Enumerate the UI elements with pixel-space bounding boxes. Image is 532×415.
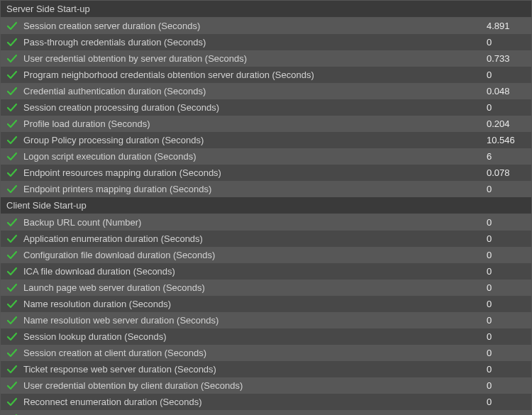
metric-row[interactable]: Profile load duration (Seconds)0.204 bbox=[1, 116, 531, 132]
metric-value: 0.048 bbox=[487, 86, 526, 96]
metric-value: 0.733 bbox=[487, 53, 526, 64]
check-icon bbox=[6, 233, 18, 245]
metric-value: 0 bbox=[487, 266, 526, 277]
metric-row[interactable]: Session creation server duration (Second… bbox=[1, 18, 531, 34]
metric-label: Program neighborhood credentials obtenti… bbox=[23, 70, 487, 80]
metric-value: 0 bbox=[487, 315, 526, 326]
metric-label: Session lookup duration (Seconds) bbox=[23, 331, 487, 342]
check-icon bbox=[6, 282, 18, 294]
metric-row[interactable]: User credential obtention by server dura… bbox=[1, 50, 531, 67]
metric-label: Backup URL count (Number) bbox=[23, 217, 487, 228]
check-icon bbox=[6, 167, 18, 179]
metric-label: User credential obtention by server dura… bbox=[23, 53, 487, 64]
metric-value: 0 bbox=[487, 250, 526, 260]
check-icon bbox=[6, 266, 18, 277]
metric-value: 0 bbox=[487, 348, 526, 358]
metric-label: Launch page web server duration (Seconds… bbox=[23, 282, 487, 293]
metric-label: Group Policy processing duration (Second… bbox=[23, 135, 487, 145]
metric-value: 0 bbox=[487, 217, 526, 228]
metric-value: 6 bbox=[487, 151, 526, 162]
metric-row[interactable]: Reconnect enumeration web server duratio… bbox=[1, 410, 531, 415]
metric-value: 0 bbox=[487, 282, 526, 293]
metric-label: Session creation processing duration (Se… bbox=[23, 102, 487, 113]
metric-label: Profile load duration (Seconds) bbox=[23, 118, 487, 129]
metric-label: Name resolution duration (Seconds) bbox=[23, 299, 487, 309]
check-icon bbox=[6, 217, 18, 228]
metric-value: 4.891 bbox=[487, 21, 526, 31]
metric-row[interactable]: User credential obtention by client dura… bbox=[1, 377, 531, 394]
metric-row[interactable]: Name resolution duration (Seconds)0 bbox=[1, 296, 531, 312]
metric-value: 0 bbox=[487, 184, 526, 194]
metric-value: 0 bbox=[487, 380, 526, 391]
metric-value: 0 bbox=[487, 102, 526, 113]
metric-label: Endpoint printers mapping duration (Seco… bbox=[23, 184, 487, 194]
metric-row[interactable]: Session lookup duration (Seconds)0 bbox=[1, 328, 531, 345]
metric-row[interactable]: Endpoint resources mapping duration (Sec… bbox=[1, 165, 531, 181]
metric-label: Session creation server duration (Second… bbox=[23, 21, 487, 31]
check-icon bbox=[6, 331, 18, 343]
check-icon bbox=[6, 250, 18, 261]
metric-label: Credential authentication duration (Seco… bbox=[23, 86, 487, 96]
metric-row[interactable]: Pass-through credentials duration (Secon… bbox=[1, 34, 531, 50]
metric-value: 0 bbox=[487, 364, 526, 375]
metric-label: Reconnect enumeration duration (Seconds) bbox=[23, 397, 487, 407]
metric-row[interactable]: Session creation processing duration (Se… bbox=[1, 99, 531, 116]
section-header: Server Side Start-up bbox=[1, 1, 531, 18]
check-icon bbox=[6, 102, 18, 114]
metric-value: 0 bbox=[487, 37, 526, 48]
metric-value: 0.078 bbox=[487, 167, 526, 178]
check-icon bbox=[6, 151, 18, 162]
metric-label: Logon script execution duration (Seconds… bbox=[23, 151, 487, 162]
metric-row[interactable]: ICA file download duration (Seconds)0 bbox=[1, 263, 531, 280]
check-icon bbox=[6, 348, 18, 359]
metric-row[interactable]: Name resolution web server duration (Sec… bbox=[1, 312, 531, 328]
metric-row[interactable]: Program neighborhood credentials obtenti… bbox=[1, 67, 531, 83]
check-icon bbox=[6, 364, 18, 375]
check-icon bbox=[6, 21, 18, 32]
metric-label: Application enumeration duration (Second… bbox=[23, 233, 487, 244]
metric-row[interactable]: Session creation at client duration (Sec… bbox=[1, 345, 531, 361]
check-icon bbox=[6, 184, 18, 195]
section-header: Client Side Start-up bbox=[1, 197, 531, 214]
metric-label: User credential obtention by client dura… bbox=[23, 380, 487, 391]
check-icon bbox=[6, 37, 18, 48]
check-icon bbox=[6, 53, 18, 65]
metric-label: Endpoint resources mapping duration (Sec… bbox=[23, 167, 487, 178]
metric-value: 10.546 bbox=[487, 135, 526, 145]
metric-row[interactable]: Application enumeration duration (Second… bbox=[1, 231, 531, 247]
metric-value: 0.204 bbox=[487, 118, 526, 129]
check-icon bbox=[6, 118, 18, 130]
metric-row[interactable]: Logon script execution duration (Seconds… bbox=[1, 148, 531, 165]
metric-label: Name resolution web server duration (Sec… bbox=[23, 315, 487, 326]
metric-row[interactable]: Launch page web server duration (Seconds… bbox=[1, 280, 531, 296]
metric-row[interactable]: Ticket response web server duration (Sec… bbox=[1, 361, 531, 377]
check-icon bbox=[6, 315, 18, 326]
check-icon bbox=[6, 380, 18, 392]
metric-label: ICA file download duration (Seconds) bbox=[23, 266, 487, 277]
metric-row[interactable]: Backup URL count (Number)0 bbox=[1, 214, 531, 231]
check-icon bbox=[6, 397, 18, 408]
check-icon bbox=[6, 70, 18, 81]
check-icon bbox=[6, 86, 18, 97]
metric-label: Configuration file download duration (Se… bbox=[23, 250, 487, 260]
metric-row[interactable]: Credential authentication duration (Seco… bbox=[1, 83, 531, 99]
metric-row[interactable]: Reconnect enumeration duration (Seconds)… bbox=[1, 394, 531, 410]
metric-row[interactable]: Group Policy processing duration (Second… bbox=[1, 132, 531, 148]
metric-value: 0 bbox=[487, 397, 526, 407]
metric-label: Ticket response web server duration (Sec… bbox=[23, 364, 487, 375]
metric-label: Session creation at client duration (Sec… bbox=[23, 348, 487, 358]
metric-value: 0 bbox=[487, 299, 526, 309]
metric-label: Pass-through credentials duration (Secon… bbox=[23, 37, 487, 48]
metric-value: 0 bbox=[487, 233, 526, 244]
metric-value: 0 bbox=[487, 331, 526, 342]
metric-value: 0 bbox=[487, 70, 526, 80]
check-icon bbox=[6, 135, 18, 146]
metric-row[interactable]: Configuration file download duration (Se… bbox=[1, 247, 531, 263]
metric-row[interactable]: Endpoint printers mapping duration (Seco… bbox=[1, 181, 531, 197]
metrics-panel: Server Side Start-upSession creation ser… bbox=[0, 0, 532, 415]
check-icon bbox=[6, 413, 18, 416]
check-icon bbox=[6, 299, 18, 310]
